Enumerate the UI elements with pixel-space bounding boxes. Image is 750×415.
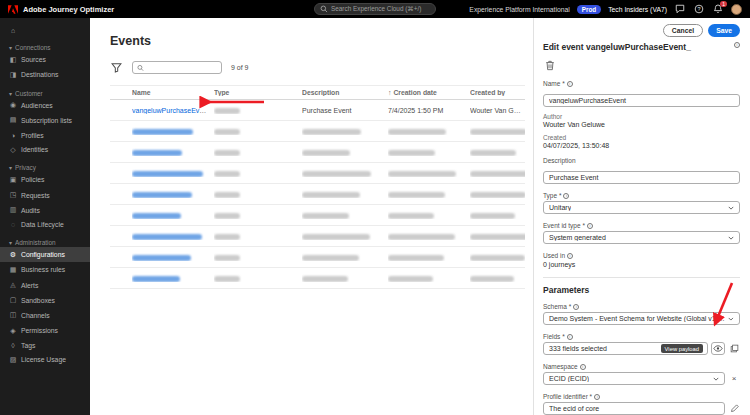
sidebar-section-label: Privacy (15, 164, 36, 171)
sidebar-item-audiences[interactable]: ◉Audiences (0, 98, 90, 113)
sidebar-section-connections[interactable]: ▾Connections (0, 41, 90, 52)
col-created-by[interactable]: Created by (470, 89, 525, 96)
sidebar-item-label: Destinations (21, 71, 58, 78)
avatar[interactable] (731, 4, 742, 15)
sidebar-item-permissions[interactable]: ◈Permissions (0, 323, 90, 338)
table-row[interactable] (110, 163, 525, 184)
redacted-text (470, 234, 525, 240)
col-creation-date[interactable]: ↑ Creation date (388, 89, 470, 96)
event-name-link[interactable]: vangeluwPurchaseEvent_ (132, 107, 213, 114)
profile-identifier-field[interactable] (543, 402, 725, 415)
delete-event-button[interactable] (543, 59, 556, 72)
table-row[interactable] (110, 142, 525, 163)
sidebar-item-business-rules[interactable]: ▦Business rules (0, 262, 90, 277)
table-row[interactable] (110, 268, 525, 289)
global-search[interactable]: Search Experience Cloud (⌘+/) (314, 3, 436, 15)
profiles-icon: ◑ (9, 132, 17, 139)
sidebar-item-label: Policies (21, 176, 44, 183)
policies-icon: ▣ (9, 176, 17, 184)
fields-info-icon[interactable]: i (567, 334, 573, 340)
sidebar-section-label: Administration (15, 239, 56, 246)
view-payload-button[interactable] (711, 342, 725, 355)
schema-info-icon[interactable]: i (573, 304, 579, 310)
sidebar-item-configurations[interactable]: ⚙Configurations (0, 247, 90, 262)
sidebar-item-destinations[interactable]: ◨Destinations (0, 67, 90, 82)
profile-identifier-row (543, 402, 740, 415)
filter-button[interactable] (110, 61, 123, 74)
page-title: Events (110, 34, 525, 48)
sidebar-item-subscription-lists[interactable]: ▤Subscription lists (0, 113, 90, 128)
type-select[interactable]: Unitary (543, 201, 740, 214)
save-button[interactable]: Save (708, 24, 740, 37)
org-label: Experience Platform International (469, 6, 570, 13)
sidebar-item-sources[interactable]: ◧Sources (0, 52, 90, 67)
sidebar-section-administration[interactable]: ▾Administration (0, 236, 90, 247)
main-content: Events 9 of 9 Name Type Description ↑ Cr… (90, 18, 533, 415)
type-info-icon[interactable]: i (563, 193, 569, 199)
requests-icon: ◳ (9, 191, 17, 199)
sidebar-item-audits[interactable]: ▥Audits (0, 203, 90, 218)
used-in-info-icon[interactable]: i (567, 253, 573, 259)
edit-fields-button[interactable] (728, 342, 740, 355)
table-row[interactable]: vangeluwPurchaseEvent_Purchase Event7/4/… (110, 100, 525, 121)
event-id-type-info-icon[interactable]: i (587, 223, 593, 229)
clear-namespace-button[interactable]: × (728, 372, 740, 385)
sidebar-item-label: Requests (21, 192, 50, 199)
events-search-input[interactable] (147, 64, 217, 71)
sidebar-item-sandboxes[interactable]: ▢Sandboxes (0, 293, 90, 308)
sidebar-item-channels[interactable]: ◫Channels (0, 308, 90, 323)
sidebar-item-identities[interactable]: ◇Identities (0, 142, 90, 157)
table-row[interactable] (110, 184, 525, 205)
col-name[interactable]: Name (132, 89, 214, 96)
redacted-text (132, 276, 180, 282)
namespace-select[interactable]: ECID (ECID) (543, 372, 725, 385)
cancel-button[interactable]: Cancel (663, 24, 703, 37)
sidebar-item-label: License Usage (21, 356, 66, 363)
name-info-icon[interactable]: i (567, 81, 573, 87)
profile-identifier-info-icon[interactable]: i (594, 394, 600, 400)
table-body: vangeluwPurchaseEvent_Purchase Event7/4/… (110, 100, 525, 289)
event-id-type-select[interactable]: System generated (543, 231, 740, 244)
table-row[interactable] (110, 205, 525, 226)
redacted-text (132, 213, 181, 219)
notifications-icon[interactable]: 1 (712, 3, 724, 15)
edit-profile-identifier-button[interactable] (728, 402, 740, 415)
assistant-icon[interactable] (674, 3, 686, 15)
sidebar-item-policies[interactable]: ▣Policies (0, 172, 90, 187)
sidebar-item-profiles[interactable]: ◑Profiles (0, 128, 90, 142)
table-row[interactable] (110, 121, 525, 142)
col-description[interactable]: Description (302, 89, 388, 96)
redacted-text (388, 255, 444, 261)
sidebar-item-label: Subscription lists (21, 117, 72, 124)
sidebar-item-data-lifecycle[interactable]: ◌Data Lifecycle (0, 218, 90, 232)
col-type[interactable]: Type (214, 89, 302, 96)
panel-actions: Cancel Save (543, 24, 740, 37)
sidebar-section-privacy[interactable]: ▾Privacy (0, 161, 90, 172)
redacted-text (302, 213, 349, 219)
redacted-text (132, 129, 193, 135)
redacted-text (214, 108, 240, 114)
name-field[interactable] (543, 94, 740, 107)
divider (543, 277, 740, 278)
sidebar-item-tags[interactable]: ◊Tags (0, 338, 90, 352)
table-row[interactable] (110, 226, 525, 247)
sidebar-item-requests[interactable]: ◳Requests (0, 188, 90, 203)
description-field[interactable] (543, 171, 740, 184)
sidebar-item-home[interactable]: ⌂ (0, 23, 90, 37)
table-row[interactable] (110, 247, 525, 268)
sandbox-switcher[interactable]: Tech Insiders (VA7) (608, 6, 667, 13)
sidebar-item-label: Business rules (21, 266, 65, 273)
sidebar-item-alerts[interactable]: ◬Alerts (0, 277, 90, 292)
sidebar-item-license-usage[interactable]: ▨License Usage (0, 352, 90, 367)
sidebar-section-label: Connections (15, 44, 51, 51)
sidebar-section-customer[interactable]: ▾Customer (0, 87, 90, 98)
panel-info-icon[interactable]: i (734, 42, 740, 48)
help-icon[interactable]: ? (693, 3, 705, 15)
events-table: Name Type Description ↑ Creation date Cr… (110, 85, 525, 289)
redacted-text (132, 234, 202, 240)
namespace-info-icon[interactable]: i (580, 364, 586, 370)
sidebar-item-label: Audits (21, 207, 40, 214)
destinations-icon: ◨ (9, 71, 17, 79)
schema-select[interactable]: Demo System - Event Schema for Website (… (543, 312, 740, 325)
redacted-text (132, 150, 182, 156)
